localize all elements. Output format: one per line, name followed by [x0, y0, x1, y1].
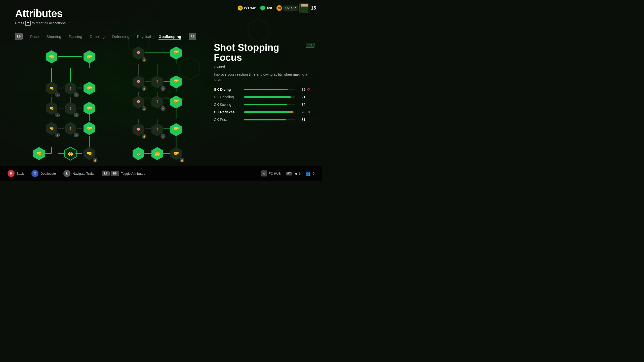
node-r4-glove-active-3[interactable]: 🤛	[170, 123, 182, 136]
toggle-button[interactable]: LB RB Toggle Attributes	[102, 171, 145, 176]
stats-list: GK Diving 85 -3 GK Handling 91 -- GK Kic…	[214, 87, 314, 122]
skill-counter: 1/1	[306, 43, 314, 48]
svg-text:🎯: 🎯	[137, 79, 140, 83]
top-bar: FC 271,342 100 GK OVR 87 15	[232, 0, 322, 16]
lb-button[interactable]: LB	[15, 33, 23, 40]
player-badge: GK OVR 87 15	[276, 3, 316, 13]
svg-text:✕: ✕	[162, 88, 164, 90]
node-r1-glove-active-top[interactable]: 🤛	[170, 47, 182, 60]
node-r4-pinlock-1[interactable]: 📍 ✕	[151, 123, 165, 139]
tab-goalkeeping[interactable]: Goalkeeping	[158, 33, 181, 40]
svg-text:🤲: 🤲	[68, 151, 73, 157]
svg-text:🤛: 🤛	[87, 54, 92, 60]
node-l3-locked-1[interactable]: 🤜 🔒	[46, 102, 60, 117]
node-r5-locked-bottom[interactable]: 🤛 🔒	[170, 147, 184, 162]
node-r1-pinlock-top[interactable]: 🎯 🔒	[133, 47, 146, 62]
stat-modifier-diving: -3	[307, 87, 314, 91]
node-l5-glove-bottom-1[interactable]: 🤜	[33, 147, 45, 160]
node-l5-selected-special[interactable]: 🤲	[65, 147, 76, 160]
tab-physical[interactable]: Physical	[137, 33, 151, 40]
deallocate-button[interactable]: X Deallocate	[31, 170, 56, 177]
tab-defending[interactable]: Defending	[112, 33, 129, 40]
node-r4-pin-1[interactable]: 🎯 🔒	[133, 123, 146, 139]
tab-passing[interactable]: Passing	[69, 33, 82, 40]
node-l1-glove-right[interactable]: 🤛	[84, 50, 95, 63]
stat-bar-bg-diving	[244, 89, 295, 90]
fc-hub-label: FC HUB	[269, 172, 281, 175]
node-l2-locked-1[interactable]: 🤜 🔒	[46, 82, 60, 97]
svg-text:🤛: 🤛	[173, 78, 179, 84]
shield-icon	[260, 6, 265, 11]
stat-modifier-reflexes: -3	[307, 110, 314, 114]
node-r5-pin-active[interactable]: 🎯	[133, 147, 144, 160]
position-icon: GK	[276, 5, 282, 11]
stat-name-reflexes: GK Reflexes	[214, 110, 244, 114]
node-l5-locked-bottom[interactable]: 🤜 🔒	[84, 147, 97, 162]
fc-hub-button[interactable]: ⊕ FC HUB	[261, 170, 281, 176]
svg-text:🤛: 🤛	[87, 105, 92, 111]
svg-text:🤛: 🤛	[173, 126, 179, 131]
node-r2-pinlock-1[interactable]: 📍 ✕	[151, 75, 165, 91]
navigate-label: Navigate Traits	[72, 172, 94, 175]
node-r5-glove-active-bottom[interactable]: 🤲	[151, 147, 163, 160]
toggle-label: Toggle Attributes	[121, 172, 145, 175]
people-counter: 👥 0	[306, 171, 314, 176]
node-l4-glove-active-3[interactable]: 🤛	[84, 122, 95, 135]
l-button-icon: L	[63, 170, 70, 177]
bottom-bar: B Back X Deallocate L Navigate Traits LB…	[0, 166, 322, 181]
stat-value-diving: 85	[298, 87, 305, 92]
svg-text:🎯: 🎯	[137, 127, 140, 131]
node-l2-pinlock-1[interactable]: 📍 ✕	[65, 82, 78, 97]
stat-row-reflexes: GK Reflexes 96 -3	[214, 110, 314, 114]
svg-text:🔒: 🔒	[143, 107, 146, 110]
node-r3-pin-1[interactable]: 🎯 🔒	[133, 96, 146, 111]
svg-text:🔒: 🔒	[143, 87, 146, 90]
dpad-icon: ⊕	[261, 170, 267, 176]
svg-text:📍: 📍	[155, 79, 159, 83]
rt-value: 1	[299, 172, 301, 175]
node-r2-pin-1[interactable]: 🎯 🔒	[133, 75, 146, 91]
svg-text:🔒: 🔒	[143, 58, 146, 61]
tab-shooting[interactable]: Shooting	[46, 33, 61, 40]
node-r3-glove-active-2[interactable]: 🤛	[170, 96, 182, 109]
rb-button[interactable]: RB	[189, 33, 196, 40]
b-button-icon: B	[8, 170, 15, 177]
tab-pace[interactable]: Pace	[30, 33, 39, 40]
node-l4-pinlock-1[interactable]: 📍 ✕	[65, 122, 78, 137]
svg-text:📍: 📍	[155, 127, 159, 131]
stat-bar-bg-pos	[244, 119, 295, 120]
svg-text:🔒: 🔒	[56, 94, 59, 97]
back-button[interactable]: B Back	[8, 170, 24, 177]
node-l1-glove-left[interactable]: 🤜	[46, 50, 57, 63]
svg-text:✕: ✕	[75, 114, 77, 116]
svg-text:🤛: 🤛	[173, 98, 179, 104]
tab-dribbling[interactable]: Dribbling	[90, 33, 105, 40]
svg-text:🔒: 🔒	[56, 114, 59, 117]
svg-text:✕: ✕	[75, 134, 77, 137]
navigate-button[interactable]: L Navigate Traits	[63, 170, 94, 177]
node-r3-pinlock-1[interactable]: 📍 ✕	[151, 96, 165, 111]
owned-label: Owned	[214, 65, 314, 69]
node-l4-locked-1[interactable]: 🤜 🔒	[46, 122, 60, 137]
node-r2-glove-active-1[interactable]: 🤛	[170, 75, 182, 88]
node-l3-glove-active-2[interactable]: 🤛	[84, 102, 95, 115]
svg-text:📍: 📍	[69, 127, 72, 130]
stat-value-pos: 81	[298, 118, 305, 122]
stat-name-kicking: GK Kicking	[214, 103, 244, 107]
svg-text:🤜: 🤜	[49, 54, 55, 60]
node-l3-pinlock-1[interactable]: 📍 ✕	[65, 102, 78, 117]
skill-description: Improve your reaction time and diving ab…	[214, 72, 314, 82]
player-number: 15	[311, 6, 316, 11]
svg-text:🎯: 🎯	[137, 100, 140, 103]
stat-bar-bg-reflexes	[244, 111, 295, 113]
svg-text:🔒: 🔒	[56, 134, 59, 137]
stat-value-reflexes: 96	[298, 110, 305, 114]
node-l2-glove-active-1[interactable]: 🤛	[84, 82, 95, 95]
stat-bar-bg-handling	[244, 96, 295, 98]
svg-text:🎯: 🎯	[137, 152, 140, 156]
right-panel: Shot Stopping Focus 1/1 Owned Improve yo…	[214, 43, 314, 125]
svg-text:🔒: 🔒	[94, 159, 97, 162]
avatar-figure	[301, 4, 308, 13]
stat-modifier-kicking: --	[307, 103, 314, 106]
svg-text:🤲: 🤲	[154, 151, 160, 157]
